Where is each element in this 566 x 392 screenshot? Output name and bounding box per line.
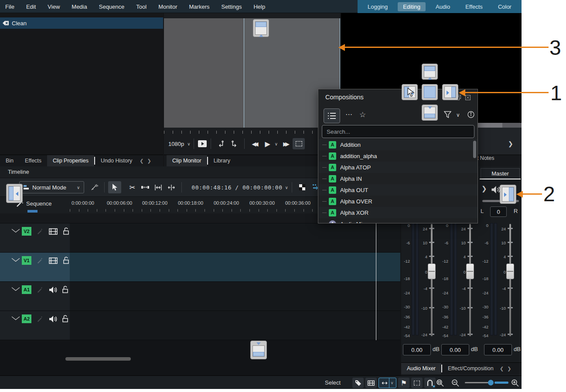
menu-item[interactable]: Sequence: [99, 3, 125, 10]
spacer-tool-button[interactable]: [139, 181, 152, 193]
track-header-a2[interactable]: A2: [0, 311, 70, 340]
resize-mode-button[interactable]: ∨: [378, 378, 396, 388]
monitor-seek-ruler[interactable]: [164, 128, 340, 134]
gain-value-box[interactable]: 0.00: [484, 344, 512, 355]
track-badge[interactable]: A1: [22, 285, 31, 294]
menu-item[interactable]: Media: [72, 3, 87, 10]
marker-flag-button[interactable]: ⚑: [398, 378, 409, 388]
list-item[interactable]: AAlpha OUT: [319, 184, 477, 196]
menu-item[interactable]: Edit: [26, 3, 36, 10]
snap-magnet-button[interactable]: [424, 378, 436, 388]
dock-indicator-bottom[interactable]: [422, 105, 438, 121]
rewind-button[interactable]: ◀◀: [252, 141, 256, 147]
more-options-icon[interactable]: ⋯: [345, 110, 353, 118]
dock-indicator-edge-left[interactable]: [6, 184, 23, 203]
track-header-v2[interactable]: V2: [0, 223, 70, 252]
dock-indicator-right[interactable]: [442, 84, 458, 100]
timeline-playhead[interactable]: [376, 213, 376, 340]
stretch-tool-button[interactable]: [152, 181, 165, 193]
collapse-chevron-icon[interactable]: [11, 229, 20, 233]
dock-indicator-center[interactable]: [422, 84, 438, 100]
workspace-tab-audio[interactable]: Audio: [430, 2, 455, 11]
tab-scroll-right-icon[interactable]: ❯: [505, 363, 513, 374]
unlock-icon[interactable]: [63, 257, 69, 264]
menu-item[interactable]: Monitor: [158, 3, 177, 10]
filter-chevron-icon[interactable]: ∨: [456, 112, 460, 118]
timecode-chevron-icon[interactable]: ∨: [285, 185, 288, 190]
track-badge[interactable]: V2: [22, 227, 31, 236]
favorites-star-icon[interactable]: ☆: [359, 110, 366, 119]
gain-value-box[interactable]: 0.00: [403, 344, 431, 355]
compositions-search-input[interactable]: [322, 125, 474, 138]
tab-effects[interactable]: Effects: [19, 155, 47, 166]
menu-item[interactable]: Settings: [221, 3, 242, 10]
volume-fader-track[interactable]: [509, 224, 511, 336]
track-badge[interactable]: V1: [22, 256, 31, 265]
speaker-icon[interactable]: [49, 315, 57, 323]
strip-collapse-chevron-icon[interactable]: ❯: [481, 185, 487, 193]
unlock-icon[interactable]: [62, 315, 68, 323]
master-speaker-icon[interactable]: [491, 186, 501, 194]
timeline-zone-bar[interactable]: [27, 210, 38, 213]
view-mode-list-button[interactable]: [324, 108, 340, 123]
resolution-select[interactable]: 1080p: [168, 141, 184, 147]
track-effects-wand-icon[interactable]: [37, 315, 44, 322]
thumbnails-button[interactable]: [365, 378, 377, 388]
tab-scroll-left-icon[interactable]: ❮: [138, 155, 145, 166]
info-icon[interactable]: [467, 111, 474, 118]
speaker-icon[interactable]: [49, 286, 57, 294]
menu-item[interactable]: Markers: [189, 3, 210, 10]
track-badge[interactable]: A2: [22, 314, 31, 323]
zoom-in-icon[interactable]: [511, 379, 519, 387]
list-item[interactable]: AAddition: [319, 139, 477, 150]
razor-tool-button[interactable]: ✂: [126, 181, 139, 193]
track-header-a1[interactable]: A1: [0, 282, 70, 311]
monitor-overlay-icon[interactable]: [198, 140, 207, 148]
zone-mode-button[interactable]: [293, 138, 305, 149]
tab-effect-composition[interactable]: Effect/Composition: [442, 363, 498, 374]
volume-fader-track[interactable]: [469, 224, 471, 336]
collapse-chevron-icon[interactable]: [11, 316, 20, 320]
tab-scroll-right-icon[interactable]: ❯: [146, 155, 153, 166]
gain-value-box[interactable]: 0.00: [441, 344, 469, 355]
track-lane-a1[interactable]: [70, 282, 400, 311]
volume-fader-handle[interactable]: [466, 264, 474, 279]
set-out-point-icon[interactable]: [231, 140, 238, 147]
tab-bin[interactable]: Bin: [0, 155, 19, 166]
timeline-horizontal-scrollbar[interactable]: [65, 357, 131, 361]
volume-fader-handle[interactable]: [506, 264, 514, 279]
workspace-tab-color[interactable]: Color: [493, 2, 517, 11]
workspace-tab-logging[interactable]: Logging: [362, 2, 393, 11]
video-track-icon[interactable]: [49, 257, 58, 264]
set-in-point-icon[interactable]: [218, 140, 225, 147]
clip-monitor-video[interactable]: [164, 18, 340, 128]
tab-clip-monitor[interactable]: Clip Monitor: [167, 155, 207, 166]
sequence-label[interactable]: Sequence: [26, 200, 52, 207]
collapse-chevron-icon[interactable]: [11, 287, 20, 291]
zoom-fit-icon[interactable]: [436, 379, 444, 387]
bin-clip-row[interactable]: Clean: [0, 17, 163, 29]
menu-item[interactable]: File: [5, 3, 14, 10]
video-track-icon[interactable]: [49, 228, 58, 235]
tab-scroll-left-icon[interactable]: ❮: [498, 363, 505, 374]
panel-expand-chevron-icon[interactable]: ❯: [508, 140, 513, 147]
zone-button[interactable]: [411, 378, 423, 388]
track-lane-v1[interactable]: [70, 253, 400, 281]
list-item[interactable]: AAudio Mix: [319, 218, 477, 223]
timeline-timecode[interactable]: 00:00:48:16 / 00:00:00:00: [191, 184, 282, 191]
tag-filter-button[interactable]: [352, 378, 364, 388]
track-effects-wand-icon[interactable]: [37, 286, 44, 293]
zoom-out-icon[interactable]: [451, 379, 459, 387]
track-lane-a2[interactable]: [70, 311, 400, 340]
list-item[interactable]: AAlpha OVER: [319, 196, 477, 207]
forward-button[interactable]: ▶▶: [283, 141, 287, 147]
track-effects-wand-icon[interactable]: [37, 228, 44, 235]
resize-options-chevron-icon[interactable]: ∨: [389, 378, 394, 388]
play-button[interactable]: ▶: [265, 140, 270, 148]
list-item[interactable]: Aaddition_alpha: [319, 150, 477, 162]
balance-value-box[interactable]: 0: [490, 206, 507, 217]
collapse-chevron-icon[interactable]: [11, 258, 20, 262]
workspace-tab-effects[interactable]: Effects: [460, 2, 488, 11]
tab-library[interactable]: Library: [208, 155, 236, 166]
resolution-chevron-icon[interactable]: ∨: [187, 142, 190, 146]
